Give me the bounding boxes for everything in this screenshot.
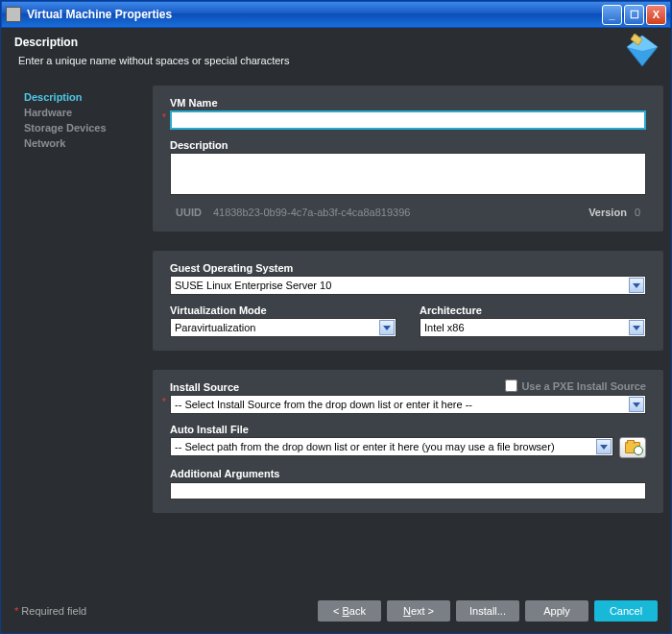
window-title: Virtual Machine Properties: [27, 8, 172, 21]
virt-mode-value: Paravirtualization: [175, 322, 255, 333]
guest-os-value: SUSE Linux Enterprise Server 10: [175, 280, 331, 291]
page-subtitle: Enter a unique name without spaces or sp…: [18, 55, 658, 66]
sidebar-item-hardware[interactable]: Hardware: [24, 105, 143, 120]
uuid-value: 41838b23-0b99-4c7a-ab3f-c4ca8a819396: [213, 207, 411, 218]
chevron-down-icon: [596, 439, 612, 454]
arch-select[interactable]: Intel x86: [420, 318, 646, 337]
browse-button[interactable]: [619, 437, 646, 458]
guest-os-select[interactable]: SUSE Linux Enterprise Server 10: [170, 276, 646, 295]
required-marker: *: [162, 112, 166, 123]
minimize-button[interactable]: _: [602, 5, 622, 25]
panel-install: Install Source Use a PXE Install Source …: [153, 370, 663, 513]
window: Virtual Machine Properties _ ☐ X Descrip…: [0, 0, 672, 634]
version-label: Version: [588, 207, 627, 218]
description-input[interactable]: [170, 153, 646, 195]
footer: * Required field < Back Next > Install..…: [1, 591, 671, 633]
header: Description Enter a unique name without …: [1, 28, 671, 76]
sidebar-item-storage-devices[interactable]: Storage Devices: [24, 120, 143, 135]
additional-args-label: Additional Arguments: [170, 468, 646, 479]
virt-mode-label: Virtualization Mode: [170, 305, 396, 316]
guest-os-label: Guest Operating System: [170, 262, 646, 274]
chevron-down-icon: [379, 320, 395, 335]
next-button[interactable]: Next >: [387, 600, 450, 622]
required-field-note: * Required field: [14, 605, 86, 617]
required-marker: *: [162, 397, 166, 407]
cancel-button[interactable]: Cancel: [594, 600, 658, 622]
install-button[interactable]: Install...: [456, 600, 519, 622]
chevron-down-icon: [629, 278, 644, 293]
panel-os: Guest Operating System SUSE Linux Enterp…: [153, 251, 663, 351]
close-button[interactable]: X: [646, 5, 666, 25]
sidebar: Description Hardware Storage Devices Net…: [9, 85, 143, 583]
titlebar: Virtual Machine Properties _ ☐ X: [1, 1, 671, 28]
sidebar-item-description[interactable]: Description: [24, 89, 143, 105]
arch-label: Architecture: [420, 305, 646, 316]
sidebar-item-network[interactable]: Network: [24, 135, 143, 151]
description-label: Description: [170, 139, 646, 151]
back-button[interactable]: < Back: [318, 600, 381, 622]
chevron-down-icon: [629, 320, 644, 335]
auto-install-select[interactable]: -- Select path from the drop down list o…: [170, 437, 613, 456]
app-icon: [6, 7, 21, 22]
apply-button[interactable]: Apply: [525, 600, 588, 622]
virt-mode-select[interactable]: Paravirtualization: [170, 318, 396, 337]
folder-icon: [625, 442, 640, 453]
pxe-label: Use a PXE Install Source: [521, 380, 646, 392]
page-title: Description: [14, 36, 658, 49]
auto-install-label: Auto Install File: [170, 424, 646, 435]
maximize-button[interactable]: ☐: [624, 5, 644, 25]
install-source-value: -- Select Install Source from the drop d…: [175, 399, 472, 410]
vm-name-input[interactable]: [170, 110, 646, 130]
pxe-checkbox[interactable]: [505, 379, 517, 392]
install-source-select[interactable]: -- Select Install Source from the drop d…: [170, 395, 646, 414]
uuid-label: UUID: [176, 207, 202, 218]
additional-args-input[interactable]: [170, 482, 646, 500]
arch-value: Intel x86: [424, 322, 465, 333]
vm-name-label: VM Name: [170, 97, 646, 109]
wizard-icon: [625, 34, 660, 68]
version-value: 0: [635, 207, 640, 218]
auto-install-value: -- Select path from the drop down list o…: [175, 441, 555, 452]
panel-description: VM Name * Description UUID 41838b23-0b99…: [153, 85, 663, 232]
chevron-down-icon: [629, 397, 644, 412]
